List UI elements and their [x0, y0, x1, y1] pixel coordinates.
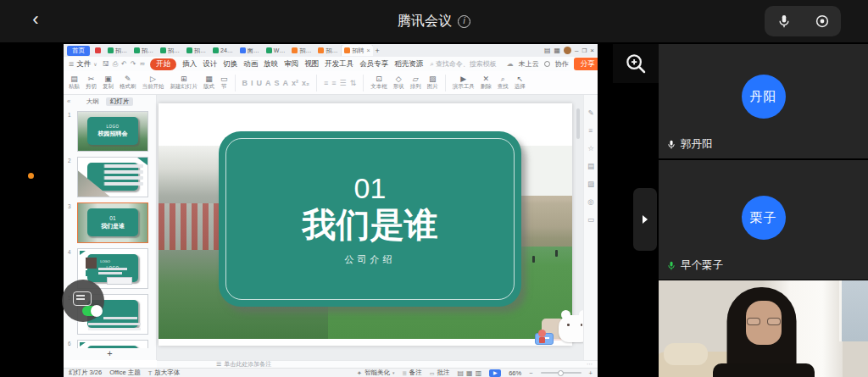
zoom-slider-knob[interactable]	[558, 370, 564, 376]
document-tab[interactable]: 招…	[289, 45, 314, 56]
participant-tile[interactable]: 丹阳 郭丹阳	[659, 44, 868, 158]
tool-button[interactable]: ✂ 剪切	[86, 75, 97, 91]
document-tab[interactable]: W…	[264, 45, 288, 56]
document-tab[interactable]: 招…	[105, 45, 130, 56]
ribbon-tab[interactable]: 审阅	[284, 59, 298, 69]
tool-button[interactable]: ▶ 演示工具	[453, 75, 475, 91]
ribbon-tab[interactable]: 插入	[182, 59, 197, 69]
format-button[interactable]: x²	[292, 79, 298, 87]
format-button[interactable]: U	[257, 79, 263, 87]
info-icon[interactable]: i	[458, 15, 470, 28]
ribbon-tab[interactable]: 稻壳资源	[394, 59, 423, 69]
align-button[interactable]: ☰	[340, 79, 347, 87]
side-tool-icon[interactable]: ☆	[587, 144, 594, 152]
notes-more-icon[interactable]: ⋯	[587, 361, 593, 368]
tool-button[interactable]: ◇ 形状	[393, 75, 404, 91]
slide-thumbnail[interactable]: 3 01 我们是谁	[77, 202, 157, 243]
home-tab[interactable]: 首页	[67, 46, 90, 56]
format-button[interactable]: B	[242, 79, 248, 87]
slide-thumbnail[interactable]: 1 LOGO 校园招聘会	[77, 111, 157, 152]
command-search[interactable]: ⌕ 查找命令、搜索模板	[430, 59, 496, 69]
side-tool-icon[interactable]: ✎	[587, 108, 593, 117]
side-tool-icon[interactable]: ▤	[587, 162, 594, 170]
document-tab[interactable]: 招…	[158, 45, 182, 56]
zoom-in-button[interactable]: +	[589, 369, 593, 377]
tool-button[interactable]: ⊡ 文本框	[370, 75, 387, 91]
new-tab-button[interactable]: +	[376, 47, 380, 55]
ribbon-tab[interactable]: 开发工具	[325, 59, 353, 69]
view-mode-button[interactable]: ▥	[476, 369, 482, 377]
ribbon-tab[interactable]: 开始	[150, 58, 176, 70]
tool-button[interactable]: ▦ 版式	[203, 75, 214, 91]
zoom-level[interactable]: 66%	[509, 369, 521, 377]
format-button[interactable]: A	[265, 79, 271, 87]
tab-outline[interactable]: 大纲	[86, 97, 99, 106]
workspace-icon[interactable]: ▦	[554, 47, 560, 54]
add-slide-button[interactable]: +	[64, 348, 156, 360]
format-button[interactable]: S	[275, 79, 280, 87]
side-tool-icon[interactable]: ▨	[587, 180, 594, 188]
cloud-status[interactable]: 未上云	[519, 59, 539, 69]
redo-icon[interactable]: ↷	[131, 60, 136, 69]
document-tab[interactable]: 面…	[237, 45, 262, 56]
side-tool-icon[interactable]: ≡	[589, 126, 593, 135]
align-button[interactable]: ≡	[331, 79, 336, 87]
tool-button[interactable]: ⌕ 查找	[498, 75, 509, 91]
account-avatar[interactable]	[564, 47, 571, 54]
file-menu[interactable]: ☰ 文件 ∨	[69, 59, 97, 69]
self-video-tile[interactable]	[659, 280, 868, 377]
ribbon-tab[interactable]: 动画	[243, 59, 258, 69]
tab-slides[interactable]: 幻灯片	[106, 97, 134, 106]
annotation-toggle[interactable]	[82, 306, 100, 316]
zoom-slider[interactable]	[541, 372, 581, 374]
tool-button[interactable]: ▷ 当前开始	[142, 75, 164, 91]
view-mode-button[interactable]: ▤	[458, 369, 465, 377]
ribbon-tab[interactable]: 切换	[223, 59, 237, 69]
customize-icon[interactable]: ≂	[140, 60, 146, 69]
side-tool-icon[interactable]: ▭	[587, 215, 594, 224]
document-tab[interactable]: 招聘	[342, 45, 372, 56]
vertical-scrollbar[interactable]	[576, 108, 580, 139]
microphone-button[interactable]	[765, 6, 803, 36]
format-button[interactable]: A	[283, 79, 289, 87]
close-button[interactable]: ×	[590, 47, 594, 54]
format-button[interactable]: x₂	[302, 79, 309, 87]
panel-expand-button[interactable]	[633, 188, 657, 251]
tool-button[interactable]: ▣ 复制	[103, 75, 114, 91]
share-button[interactable]: 分享	[574, 58, 598, 70]
tool-button[interactable]: ↖ 选择	[515, 75, 526, 91]
notes-bar[interactable]: ☰ 单击此处添加备注 ⋯	[157, 360, 598, 368]
notes-toggle-button[interactable]: ☰ 备注	[402, 369, 421, 377]
restore-button[interactable]: ❐	[582, 47, 587, 54]
undo-icon[interactable]: ↶	[121, 60, 127, 69]
ribbon-tab[interactable]: 放映	[264, 59, 278, 69]
tool-button[interactable]: ✎ 格式刷	[120, 75, 136, 91]
tool-button[interactable]: ✕ 删除	[481, 75, 492, 91]
slide-thumbnail[interactable]: 6	[77, 340, 157, 348]
document-tab[interactable]: 24…	[210, 45, 236, 56]
ribbon-tab[interactable]: 设计	[203, 59, 217, 69]
comments-button[interactable]: ▭ 批注	[430, 369, 450, 377]
save-icon[interactable]: 🖫	[103, 60, 109, 69]
tool-button[interactable]: ▨ 图片	[427, 75, 438, 91]
view-mode-button[interactable]: ▦	[466, 369, 473, 377]
split-view-icon[interactable]: ▤	[544, 47, 551, 54]
document-tab[interactable]: 招…	[315, 45, 340, 56]
record-button[interactable]	[803, 6, 841, 36]
slideshow-play-button[interactable]: ▶	[489, 369, 501, 377]
side-tool-icon[interactable]: ◎	[587, 197, 593, 206]
zoom-out-button[interactable]: −	[529, 369, 532, 377]
tool-button[interactable]: ⊞ 新建幻灯片	[170, 75, 198, 91]
theme-name[interactable]: Office 主题	[109, 369, 141, 377]
tool-button[interactable]: ▤ 粘贴	[69, 75, 80, 91]
section-title-card[interactable]: 01 我们是谁 公司介绍	[219, 131, 521, 307]
current-slide[interactable]: 01 我们是谁 公司介绍	[159, 103, 572, 346]
ribbon-tab[interactable]: 会员专享	[359, 59, 388, 69]
tool-button[interactable]: ▱ 排列	[410, 75, 421, 91]
magnify-button[interactable]	[613, 44, 659, 83]
collab-button[interactable]: 协作	[555, 59, 569, 69]
format-button[interactable]: I	[251, 79, 253, 87]
document-tab[interactable]	[92, 45, 103, 56]
participant-tile[interactable]: 栗子 早个栗子	[659, 160, 868, 280]
beautify-button[interactable]: ✦ 智能美化 ▾	[357, 369, 395, 377]
